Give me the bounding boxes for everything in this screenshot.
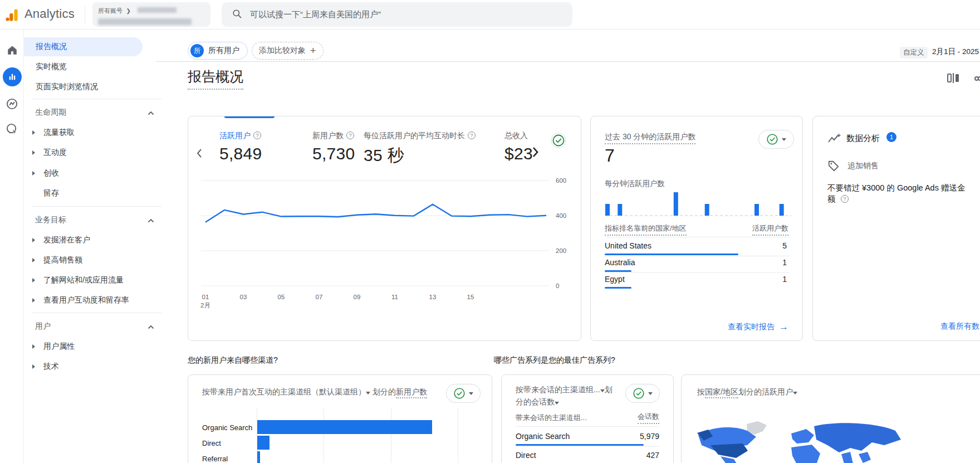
check-circle-icon <box>633 387 645 399</box>
sidebar-item-label: 留存 <box>43 188 59 198</box>
sidebar-item-tech[interactable]: 技术 <box>24 358 143 376</box>
sessions-quality-dropdown[interactable] <box>625 384 660 403</box>
new-users-by-channel-card: 按带来用户首次互动的主渠道组（默认渠道组） 划分的新用户数 Organic Se… <box>188 374 492 463</box>
sidebar-item-drive-sales[interactable]: 提高销售额 <box>24 251 143 269</box>
chevron-down-icon[interactable] <box>366 392 370 394</box>
users-per-minute-bar-chart <box>605 189 791 219</box>
sidebar-item-realtime-overview[interactable]: 实时概览 <box>24 57 143 76</box>
help-icon: ? <box>841 195 849 203</box>
date-range-picker[interactable]: 2月1日 - 2025 <box>932 47 979 57</box>
minute-chart-label: 每分钟活跃用户数 <box>605 179 665 189</box>
reports-nav-icon[interactable] <box>0 67 24 87</box>
arrow-right-icon: → <box>779 321 788 333</box>
sessions-title-line2: 分的会话数 <box>516 397 555 406</box>
date-range-mode-badge[interactable]: 自定义 <box>900 47 928 59</box>
y-axis-tick: 0 <box>556 282 559 289</box>
realtime-table-value-header[interactable]: 活跃用户数 <box>752 223 788 236</box>
realtime-quality-dropdown[interactable] <box>758 130 794 149</box>
view-realtime-report-link[interactable]: 查看实时报告 → <box>728 321 788 333</box>
expand-arrow-icon <box>32 171 35 176</box>
metric-tab-total-revenue[interactable]: 总收入 $23 <box>504 131 533 163</box>
sidebar-item-user-attributes[interactable]: 用户属性 <box>24 338 143 355</box>
audience-comparison-chip[interactable]: 所 所有用户 <box>188 42 248 60</box>
view-all-insights-link[interactable]: 查看所有数 <box>940 321 979 332</box>
data-quality-check-icon[interactable] <box>550 132 567 151</box>
sidebar-divider <box>32 313 161 313</box>
sidebar-divider <box>32 99 161 99</box>
channel-bar <box>257 436 270 450</box>
sidebar-item-retention[interactable]: 留存 <box>24 184 143 202</box>
sessions-by-channel-card: 按带来会话的主渠道组...划 分的会话数 带来会话的主渠道组... 会话数 Or… <box>501 374 674 463</box>
sidebar-item-reports-snapshot[interactable]: 报告概况 <box>24 37 143 56</box>
channels-quality-dropdown[interactable] <box>446 384 481 403</box>
expand-arrow-icon <box>32 150 35 155</box>
metric-value: 5,849 <box>219 144 262 163</box>
explore-nav-icon[interactable] <box>0 94 24 114</box>
realtime-country-bar <box>605 270 631 272</box>
sidebar-section-user[interactable]: 用户 <box>24 318 143 335</box>
insight-message[interactable]: 不要错过 ¥3000 的 Google Ads 赠送金额 ? <box>827 182 971 205</box>
x-axis-tick: 05 <box>275 294 288 300</box>
metric-label: 新用户数 <box>312 131 344 140</box>
realtime-table-country-header[interactable]: 指标排名靠前的国家/地区 <box>605 223 687 236</box>
x-axis-month-label: 2月 <box>199 301 212 310</box>
realtime-country-name: Egypt <box>605 275 625 284</box>
insights-count-badge: 1 <box>886 132 896 142</box>
active-metric-tab-indicator <box>224 116 275 118</box>
sidebar-section-label: 业务目标 <box>35 215 66 225</box>
metric-tab-new-users[interactable]: 新用户数? 5,730 <box>312 131 355 163</box>
overview-metrics-card: 活跃用户? 5,849 新用户数? 5,730 每位活跃用户的平均互动时长? 3… <box>188 116 581 341</box>
home-nav-icon[interactable] <box>0 40 24 60</box>
sidebar-section-business-objectives[interactable]: 业务目标 <box>24 211 143 229</box>
sidebar-item-label: 发掘潜在客户 <box>43 235 90 245</box>
collapse-chevron-icon <box>148 216 154 225</box>
channels-title-metric[interactable]: 新用户数 <box>396 387 427 398</box>
sidebar-item-engagement-retention[interactable]: 查看用户互动度和留存率 <box>24 291 143 309</box>
sidebar-item-label: 提高销售额 <box>43 255 82 265</box>
chevron-down-icon[interactable] <box>793 392 797 394</box>
metric-tab-active-users[interactable]: 活跃用户? 5,849 <box>219 131 262 163</box>
channel-bar-label: Referral <box>202 455 228 463</box>
account-picker[interactable]: 所有账号 ❯ <box>92 2 210 27</box>
google-analytics-logo-icon[interactable] <box>4 7 19 25</box>
metric-tab-avg-engagement-time[interactable]: 每位活跃用户的平均互动时长? 35 秒 <box>364 131 476 167</box>
sidebar-item-monetization[interactable]: 创收 <box>24 164 143 182</box>
realtime-country-name: Australia <box>605 258 635 267</box>
y-axis-tick: 200 <box>556 247 566 254</box>
metric-label: 活跃用户 <box>219 131 251 140</box>
realtime-country-name: United States <box>605 241 651 250</box>
share-icon[interactable] <box>973 72 980 86</box>
comparison-panel-icon[interactable] <box>947 72 961 86</box>
sidebar-item-realtime-pages[interactable]: 页面实时浏览情况 <box>24 77 143 96</box>
realtime-card-title[interactable]: 过去 30 分钟的活跃用户数 <box>605 132 695 144</box>
sessions-col2-header[interactable]: 会话数 <box>638 412 659 424</box>
search-input[interactable]: 可以试搜一下“上周来自美国的用户” <box>222 2 572 27</box>
carousel-prev-chevron-icon[interactable] <box>196 148 203 161</box>
realtime-country-value: 1 <box>782 275 787 284</box>
metric-value: 5,730 <box>312 144 355 163</box>
expand-arrow-icon <box>32 278 35 282</box>
chevron-down-icon[interactable] <box>600 389 605 392</box>
collapse-chevron-icon <box>148 322 154 331</box>
sidebar-item-engagement[interactable]: 互动度 <box>24 144 143 162</box>
map-title-post: 划分的活跃用户 <box>738 387 793 396</box>
map-title-geo[interactable]: 国家/地区 <box>705 387 738 398</box>
sidebar-item-label: 流量获取 <box>43 128 75 138</box>
chevron-down-icon[interactable] <box>555 402 559 404</box>
active-users-by-country-card: 按国家/地区划分的活跃用户 国家/地区 United States German… <box>681 374 980 463</box>
sidebar-item-acquisition[interactable]: 流量获取 <box>24 124 143 142</box>
carousel-next-chevron-icon[interactable] <box>531 145 539 161</box>
help-icon: ? <box>468 131 476 139</box>
advertising-nav-icon[interactable] <box>0 119 24 139</box>
insights-card: 数据分析 1 追加销售 不要错过 ¥3000 的 Google Ads 赠送金额… <box>812 116 980 341</box>
tag-icon <box>827 160 840 174</box>
expand-arrow-icon <box>32 298 35 303</box>
reports-active-indicator <box>3 67 22 86</box>
realtime-country-value: 5 <box>782 241 787 250</box>
insights-tag-label: 追加销售 <box>847 161 879 171</box>
sidebar-item-generate-leads[interactable]: 发掘潜在客户 <box>24 231 143 249</box>
sidebar-item-label: 创收 <box>43 168 59 178</box>
sidebar-section-lifecycle[interactable]: 生命周期 <box>24 104 143 121</box>
sidebar-item-understand-traffic[interactable]: 了解网站和/或应用流量 <box>24 271 143 289</box>
add-comparison-chip[interactable]: 添加比较对象 + <box>252 42 324 60</box>
